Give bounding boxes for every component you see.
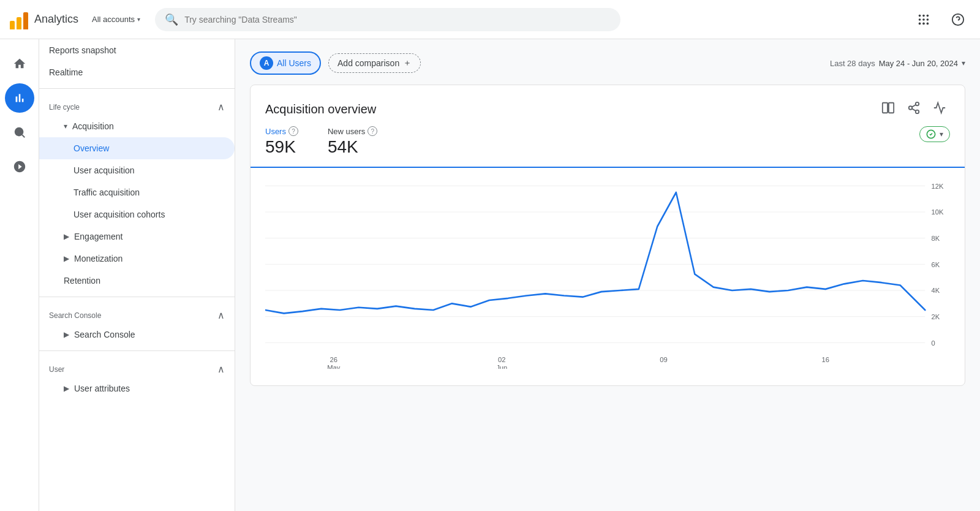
date-range-selector[interactable]: Last 28 days May 24 - Jun 20, 2024 ▾ xyxy=(830,59,965,68)
acquisition-overview-card: Acquisition overview xyxy=(250,85,965,386)
check-dropdown-chevron: ▾ xyxy=(940,130,943,138)
acquisition-expand-icon: ▾ xyxy=(64,122,67,131)
add-comparison-button[interactable]: Add comparison ＋ xyxy=(328,53,421,73)
header-logo: Analytics All accounts ▾ xyxy=(10,10,140,29)
lifecycle-collapse-icon[interactable]: ∧ xyxy=(217,101,225,113)
user-acquisition-cohorts-label: User acquisition cohorts xyxy=(74,210,165,219)
date-range-value: May 24 - Jun 20, 2024 xyxy=(879,59,958,68)
engagement-expand-icon: ▶ xyxy=(64,232,69,241)
app-title: Analytics xyxy=(34,13,78,26)
users-label-text: Users xyxy=(265,127,286,136)
svg-rect-13 xyxy=(883,103,888,113)
filter-bar: A All Users Add comparison ＋ Last 28 day… xyxy=(250,51,965,75)
svg-point-2 xyxy=(927,14,929,17)
svg-line-19 xyxy=(912,105,916,107)
svg-text:0: 0 xyxy=(932,339,935,346)
metrics-row: Users ? 59K New users ? 54K ▾ xyxy=(251,126,965,168)
chart-title: Acquisition overview xyxy=(265,102,376,116)
svg-rect-14 xyxy=(889,103,894,113)
svg-point-6 xyxy=(919,22,921,25)
search-input[interactable] xyxy=(184,15,611,25)
svg-point-7 xyxy=(922,22,925,25)
svg-text:10K: 10K xyxy=(932,208,944,216)
user-attributes-label: User attributes xyxy=(74,384,130,393)
sidebar-item-user-attributes[interactable]: ▶ User attributes xyxy=(39,377,235,399)
svg-point-3 xyxy=(919,18,921,21)
home-rail-icon[interactable] xyxy=(5,49,34,78)
lifecycle-label: Life cycle xyxy=(49,103,80,112)
all-users-filter-button[interactable]: A All Users xyxy=(250,51,321,75)
svg-point-17 xyxy=(916,110,919,114)
user-section-collapse-icon[interactable]: ∧ xyxy=(217,363,225,375)
header-actions xyxy=(911,7,970,32)
retention-label: Retention xyxy=(64,276,100,286)
chart-actions xyxy=(878,97,950,121)
line-chart-svg: 12K 10K 8K 6K 4K 2K 0 26 May 02 Jun 09 1… xyxy=(265,173,950,369)
svg-point-5 xyxy=(927,18,929,21)
header: Analytics All accounts ▾ 🔍 xyxy=(0,0,980,39)
users-value: 59K xyxy=(265,137,298,157)
search-bar[interactable]: 🔍 xyxy=(155,8,620,31)
sidebar-item-reports-snapshot[interactable]: Reports snapshot xyxy=(39,39,235,61)
bar-chart-rail-icon[interactable] xyxy=(5,83,34,113)
explore-rail-icon[interactable] xyxy=(5,118,34,147)
engagement-label: Engagement xyxy=(74,232,123,241)
sidebar-item-monetization[interactable]: ▶ Monetization xyxy=(39,248,235,270)
sidebar-divider-2 xyxy=(39,297,235,297)
sidebar-divider-3 xyxy=(39,350,235,351)
monetization-label: Monetization xyxy=(74,254,123,263)
sidebar: Reports snapshot Realtime Life cycle ∧ ▾… xyxy=(39,39,235,511)
sidebar-item-search-console[interactable]: ▶ Search Console xyxy=(39,324,235,346)
reports-snapshot-label: Reports snapshot xyxy=(49,45,116,55)
svg-text:26: 26 xyxy=(330,356,337,363)
sidebar-item-user-acquisition-cohorts[interactable]: User acquisition cohorts xyxy=(39,203,235,225)
sidebar-item-traffic-acquisition[interactable]: Traffic acquisition xyxy=(39,181,235,203)
side-by-side-view-button[interactable] xyxy=(878,97,899,121)
user-acquisition-label: User acquisition xyxy=(74,165,135,175)
svg-text:09: 09 xyxy=(660,356,667,363)
svg-text:Jun: Jun xyxy=(496,364,507,369)
traffic-acquisition-label: Traffic acquisition xyxy=(74,187,140,197)
sidebar-section-user: User ∧ xyxy=(39,356,235,377)
account-selector[interactable]: All accounts ▾ xyxy=(92,15,140,24)
help-button[interactable] xyxy=(946,7,970,32)
new-users-help-icon[interactable]: ? xyxy=(368,126,377,136)
sidebar-item-user-acquisition[interactable]: User acquisition xyxy=(39,159,235,181)
date-range-chevron-icon: ▾ xyxy=(962,59,965,67)
users-metric: Users ? 59K xyxy=(265,126,298,157)
monetization-expand-icon: ▶ xyxy=(64,254,69,263)
new-users-value: 54K xyxy=(328,137,377,157)
analytics-view-button[interactable] xyxy=(929,97,950,121)
new-users-metric-label: New users ? xyxy=(328,126,377,136)
share-button[interactable] xyxy=(903,97,924,121)
grid-menu-button[interactable] xyxy=(911,7,936,32)
chart-header: Acquisition overview xyxy=(251,85,965,126)
svg-point-16 xyxy=(909,106,913,110)
overview-label: Overview xyxy=(74,143,109,153)
search-console-collapse-icon[interactable]: ∧ xyxy=(217,309,225,321)
svg-text:02: 02 xyxy=(498,356,505,363)
add-comparison-plus-icon: ＋ xyxy=(403,58,412,69)
user-attributes-expand-icon: ▶ xyxy=(64,384,69,393)
advertising-rail-icon[interactable] xyxy=(5,152,34,181)
svg-point-0 xyxy=(919,14,921,17)
svg-point-15 xyxy=(916,102,919,106)
search-console-expand-icon: ▶ xyxy=(64,330,69,339)
svg-point-11 xyxy=(14,127,23,137)
users-help-icon[interactable]: ? xyxy=(288,126,298,136)
main-content: A All Users Add comparison ＋ Last 28 day… xyxy=(235,39,980,511)
all-users-avatar: A xyxy=(260,56,273,70)
all-users-label: All Users xyxy=(277,58,311,68)
sidebar-item-overview[interactable]: Overview xyxy=(39,137,235,159)
sidebar-section-search-console: Search Console ∧ xyxy=(39,302,235,324)
svg-text:4K: 4K xyxy=(932,287,940,294)
metric-check-dropdown[interactable]: ▾ xyxy=(919,126,950,142)
users-metric-label: Users ? xyxy=(265,126,298,136)
new-users-label-text: New users xyxy=(328,127,365,136)
sidebar-item-retention[interactable]: Retention xyxy=(39,270,235,292)
svg-text:12K: 12K xyxy=(932,182,944,189)
sidebar-item-realtime[interactable]: Realtime xyxy=(39,61,235,83)
sidebar-item-acquisition[interactable]: ▾ Acquisition xyxy=(39,115,235,137)
svg-text:2K: 2K xyxy=(932,313,940,320)
sidebar-item-engagement[interactable]: ▶ Engagement xyxy=(39,225,235,248)
